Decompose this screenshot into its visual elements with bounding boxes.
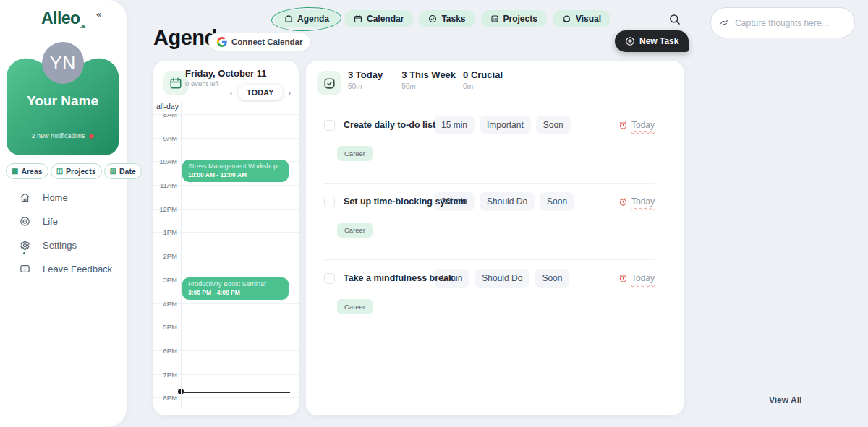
projects-pill[interactable]: ◫ Projects: [51, 163, 102, 179]
home-icon: [20, 192, 30, 203]
sidebar-item-settings[interactable]: Settings: [20, 240, 112, 251]
tasks-check-icon: [428, 14, 437, 23]
task-title: Create daily to-do list: [344, 120, 434, 130]
life-active-dot: [23, 252, 25, 254]
tab-visual[interactable]: Visual: [553, 10, 610, 27]
calendar-nav: ‹ TODAY ›: [230, 85, 291, 100]
hour-label: 8PM: [153, 394, 177, 402]
tab-calendar[interactable]: Calendar: [344, 10, 413, 27]
projects-grid-icon: ◫: [56, 168, 63, 175]
next-day-icon[interactable]: ›: [288, 88, 291, 98]
areas-pill-label: Areas: [21, 167, 42, 176]
calendar-event[interactable]: Productivity Boost Seminar 3:00 PM - 4:0…: [182, 277, 289, 300]
tab-visual-label: Visual: [576, 14, 601, 24]
stat-crucial-count: 0 Crucial: [463, 69, 503, 80]
capture-input[interactable]: [735, 18, 846, 28]
task-due[interactable]: Today: [618, 197, 655, 207]
stat-crucial-duration: 0m: [463, 82, 503, 90]
task-tag-career[interactable]: Career: [337, 223, 373, 238]
task-due[interactable]: Today: [618, 273, 655, 283]
task-tag-career[interactable]: Career: [337, 299, 373, 314]
current-time-line: [181, 392, 290, 393]
task-tag-career[interactable]: Career: [337, 146, 373, 161]
plus-circle-icon: [625, 36, 635, 46]
hour-label: 10AM: [153, 158, 177, 165]
hour-label: 11AM: [153, 181, 177, 189]
calendar-event[interactable]: Stress Management Workshop 10:00 AM - 11…: [182, 160, 289, 182]
calendar-header-icon-box: [163, 71, 188, 95]
tasks-check-icon: [323, 77, 336, 90]
task-checkbox[interactable]: [324, 120, 335, 131]
stat-today-duration: 50m: [348, 82, 383, 90]
task-due-label: Today: [631, 120, 655, 130]
today-button[interactable]: TODAY: [238, 85, 283, 100]
tab-projects-label: Projects: [503, 14, 537, 24]
stat-this-week-count: 3 This Week: [401, 69, 456, 80]
nav-label-life: Life: [43, 216, 58, 227]
connect-calendar-button[interactable]: Connect Calendar: [208, 33, 311, 51]
task-priority-chip[interactable]: Should Do: [475, 269, 529, 288]
collapse-sidebar-icon[interactable]: «: [96, 9, 101, 20]
date-pill-label: Date: [119, 167, 136, 176]
sidebar-item-home[interactable]: Home: [20, 192, 112, 203]
task-urgency-chip[interactable]: Soon: [535, 269, 569, 288]
stat-today: 3 Today 50m: [348, 69, 383, 90]
event-time: 10:00 AM - 11:00 AM: [188, 171, 283, 178]
events-left-label: 0 event left: [185, 79, 218, 87]
google-g-icon: [217, 37, 227, 47]
event-time: 3:00 PM - 4:00 PM: [188, 289, 283, 296]
task-duration-chip[interactable]: 15 min: [434, 116, 475, 134]
alarm-clock-icon: [618, 274, 628, 283]
tab-tasks-label: Tasks: [441, 14, 465, 24]
visual-eye-icon: [562, 14, 571, 24]
hour-label: 2PM: [153, 252, 177, 260]
task-due[interactable]: Today: [618, 120, 655, 130]
hour-label: 6PM: [153, 347, 177, 355]
task-main-line: Create daily to-do list 15 min Important…: [324, 116, 655, 134]
time-gutter-divider: [181, 102, 182, 408]
tasks-panel: 3 Today 50m 3 This Week 50m 0 Crucial 0m…: [306, 61, 684, 415]
alarm-clock-icon: [618, 197, 628, 207]
sidebar-item-leave-feedback[interactable]: Leave Feedback: [20, 264, 112, 275]
task-stats: 3 Today 50m 3 This Week 50m 0 Crucial 0m: [348, 69, 503, 90]
tasks-header-icon-box: [317, 71, 341, 95]
calendar-icon: ▤: [110, 168, 116, 175]
agenda-icon: [284, 14, 293, 23]
task-checkbox[interactable]: [324, 197, 335, 207]
task-priority-chip[interactable]: Should Do: [480, 192, 535, 211]
stat-this-week-duration: 50m: [401, 82, 456, 90]
capture-thoughts-field[interactable]: [710, 7, 855, 38]
alleo-logo: Alleo.ai: [0, 9, 127, 30]
task-urgency-chip[interactable]: Soon: [540, 192, 574, 211]
tab-tasks[interactable]: Tasks: [419, 10, 475, 27]
task-urgency-chip[interactable]: Soon: [536, 116, 571, 134]
hour-label: 12PM: [153, 205, 177, 213]
tab-agenda[interactable]: Agenda: [275, 10, 339, 27]
logo-suffix: .ai: [80, 23, 85, 30]
hour-label: 5PM: [153, 323, 177, 331]
scribble-icon: [720, 17, 729, 28]
target-icon: [20, 216, 30, 227]
new-task-label: New Task: [639, 36, 678, 46]
all-day-row: all-day: [153, 102, 299, 114]
connect-calendar-label: Connect Calendar: [231, 38, 302, 46]
task-priority-chip[interactable]: Important: [480, 116, 531, 134]
new-task-button[interactable]: New Task: [615, 30, 689, 52]
task-title: Take a mindfulness break: [344, 273, 434, 283]
prev-day-icon[interactable]: ‹: [230, 88, 233, 98]
view-all-link[interactable]: View All: [769, 395, 801, 405]
gear-icon: [20, 240, 30, 251]
task-checkbox[interactable]: [324, 273, 335, 284]
notifications-text[interactable]: 2 new notifications: [7, 132, 119, 139]
tab-agenda-label: Agenda: [297, 14, 329, 24]
search-icon[interactable]: [668, 13, 683, 27]
avatar[interactable]: YN: [42, 42, 84, 84]
areas-pill[interactable]: ▦ Areas: [6, 163, 48, 179]
events-layer: Stress Management Workshop 10:00 AM - 11…: [182, 114, 289, 408]
tab-projects[interactable]: Projects: [481, 10, 547, 27]
sidebar-item-life[interactable]: Life: [20, 216, 112, 227]
date-pill[interactable]: ▤ Date: [104, 163, 142, 179]
task-due-label: Today: [631, 197, 655, 207]
sidebar-nav: Home Life Settings Leave Feedback: [20, 192, 112, 288]
task-row: Set up time-blocking system 30 min Shoul…: [306, 184, 684, 260]
